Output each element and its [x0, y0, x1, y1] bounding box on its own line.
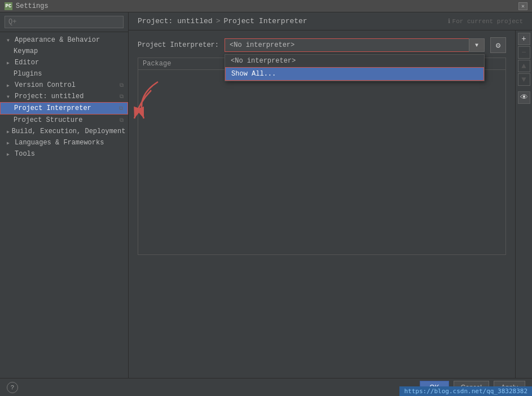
- add-icon: +: [521, 34, 526, 43]
- expand-icon: [7, 129, 10, 134]
- sidebar-item-label: Plugins: [14, 70, 42, 78]
- breadcrumb-info: ℹ For current project: [448, 17, 523, 25]
- help-icon: ?: [11, 384, 15, 391]
- remove-icon: −: [521, 48, 526, 57]
- copy-icon: ⧉: [120, 82, 124, 89]
- info-icon: ℹ: [448, 17, 450, 25]
- remove-package-button[interactable]: −: [518, 46, 530, 59]
- sidebar-item-label: Build, Execution, Deployment: [12, 127, 126, 135]
- content-main: Project Interpreter: <No interpreter> ▼ …: [129, 30, 532, 396]
- copy-icon: ⧉: [119, 105, 123, 112]
- dropdown-item-show-all[interactable]: Show All...: [225, 67, 484, 81]
- interpreter-row: Project Interpreter: <No interpreter> ▼ …: [138, 37, 506, 53]
- search-input[interactable]: [5, 16, 124, 28]
- sidebar-item-project-interpreter[interactable]: Project Interpreter ⧉: [0, 102, 128, 115]
- copy-icon: ⧉: [120, 94, 124, 100]
- sidebar-item-build-execution[interactable]: Build, Execution, Deployment: [0, 126, 128, 137]
- breadcrumb-project: Project: untitled: [138, 17, 213, 25]
- sidebar: Appearance & Behavior Keymap Editor Plug…: [0, 12, 129, 396]
- interpreter-dropdown-display[interactable]: <No interpreter>: [225, 38, 485, 52]
- breadcrumb-separator: >: [216, 17, 221, 25]
- sidebar-item-keymap[interactable]: Keymap: [0, 46, 128, 57]
- sidebar-item-version-control[interactable]: Version Control ⧉: [0, 80, 128, 91]
- sidebar-item-appearance-behavior[interactable]: Appearance & Behavior: [0, 34, 128, 46]
- sidebar-item-tools[interactable]: Tools: [0, 148, 128, 160]
- close-button[interactable]: ✕: [518, 2, 527, 10]
- copy-icon: ⧉: [120, 117, 124, 124]
- sidebar-item-editor[interactable]: Editor: [0, 57, 128, 68]
- nav-items: Appearance & Behavior Keymap Editor Plug…: [0, 32, 128, 162]
- sidebar-item-label: Project Structure: [14, 116, 82, 124]
- sidebar-item-label: Languages & Frameworks: [15, 139, 104, 147]
- expand-icon: [7, 152, 12, 157]
- main-container: Appearance & Behavior Keymap Editor Plug…: [0, 12, 532, 396]
- gear-button[interactable]: ⚙: [490, 37, 506, 53]
- down-button[interactable]: ▼: [518, 73, 530, 86]
- sidebar-item-label: Editor: [15, 59, 39, 67]
- title-bar: PC Settings ✕: [0, 0, 532, 12]
- search-box: [0, 12, 128, 32]
- dropdown-arrow-button[interactable]: ▼: [469, 38, 485, 52]
- sidebar-item-label: Project: untitled: [15, 93, 83, 100]
- sidebar-item-label: Tools: [15, 150, 35, 158]
- expand-icon: [7, 140, 12, 146]
- interpreter-section: Project Interpreter: <No interpreter> ▼ …: [129, 30, 515, 262]
- content-panel: Project Interpreter: <No interpreter> ▼ …: [129, 30, 515, 396]
- sidebar-item-label: Keymap: [14, 47, 38, 55]
- expand-icon: [7, 38, 12, 43]
- add-package-button[interactable]: +: [518, 33, 530, 45]
- status-bar-url: https://blog.csdn.net/qq_38328382: [399, 386, 532, 396]
- up-icon: ▲: [521, 61, 526, 71]
- breadcrumb: Project: untitled > Project Interpreter …: [129, 12, 532, 30]
- dropdown-popup: <No interpreter> Show All...: [225, 54, 485, 81]
- eye-icon: 👁: [520, 93, 528, 102]
- expand-icon: [7, 83, 12, 88]
- sidebar-item-plugins[interactable]: Plugins: [0, 68, 128, 80]
- interpreter-dropdown-container: <No interpreter> ▼ <No interpreter> Show…: [225, 38, 485, 52]
- package-table: Package Version Latest version Nothing t…: [138, 58, 506, 255]
- interpreter-label: Project Interpreter:: [138, 41, 219, 49]
- sidebar-item-project-untitled[interactable]: Project: untitled ⧉: [0, 91, 128, 102]
- side-toolbar: + − ▲ ▼ 👁: [515, 30, 532, 396]
- help-button[interactable]: ?: [7, 382, 18, 393]
- expand-icon: [7, 94, 12, 99]
- breadcrumb-info-text: For current project: [452, 18, 523, 25]
- up-button[interactable]: ▲: [518, 60, 530, 72]
- app-icon: PC: [5, 2, 12, 10]
- dropdown-wrapper: <No interpreter> ▼: [225, 38, 485, 52]
- eye-button[interactable]: 👁: [518, 91, 530, 104]
- sidebar-item-label: Version Control: [15, 81, 76, 89]
- window-title: Settings: [16, 2, 49, 10]
- down-icon: ▼: [521, 75, 526, 84]
- breadcrumb-current: Project Interpreter: [223, 17, 307, 25]
- expand-icon: [7, 60, 12, 65]
- sidebar-item-label: Appearance & Behavior: [15, 36, 100, 44]
- breadcrumb-path: Project: untitled > Project Interpreter: [138, 17, 307, 25]
- content-area: Project: untitled > Project Interpreter …: [129, 12, 532, 396]
- gear-icon: ⚙: [496, 41, 500, 50]
- sidebar-item-languages-frameworks[interactable]: Languages & Frameworks: [0, 137, 128, 148]
- sidebar-item-label: Project Interpreter: [14, 104, 91, 112]
- sidebar-item-project-structure[interactable]: Project Structure ⧉: [0, 115, 128, 126]
- dropdown-item-no-interpreter[interactable]: <No interpreter>: [225, 55, 484, 67]
